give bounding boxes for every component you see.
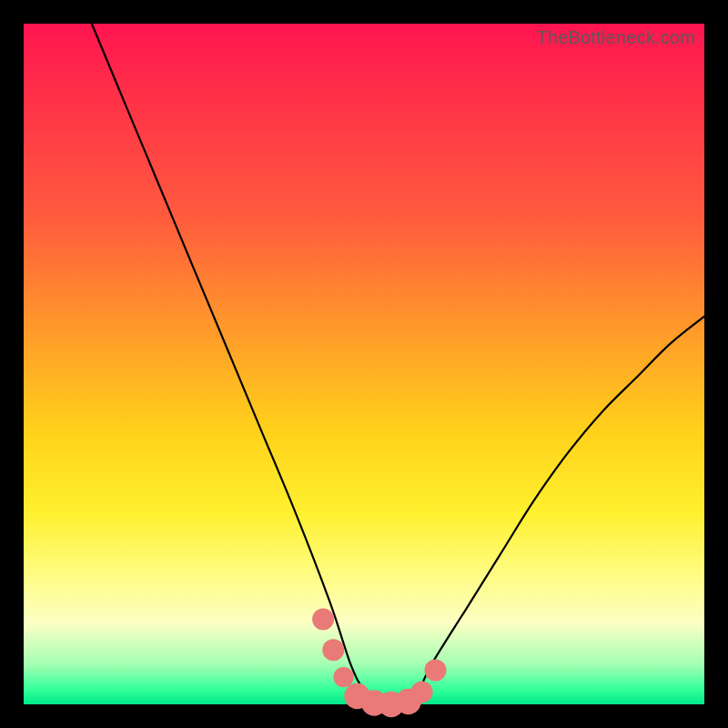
marker-dot — [425, 660, 447, 682]
chart-svg — [24, 24, 704, 704]
marker-dot — [322, 639, 344, 661]
chart-frame: TheBottleneck.com — [0, 0, 728, 728]
bottleneck-curve-path — [92, 24, 704, 705]
plot-area: TheBottleneck.com — [24, 24, 704, 704]
marker-dot — [312, 609, 334, 631]
marker-layer — [312, 609, 446, 718]
marker-dot — [333, 667, 353, 687]
marker-dot — [411, 682, 433, 703]
